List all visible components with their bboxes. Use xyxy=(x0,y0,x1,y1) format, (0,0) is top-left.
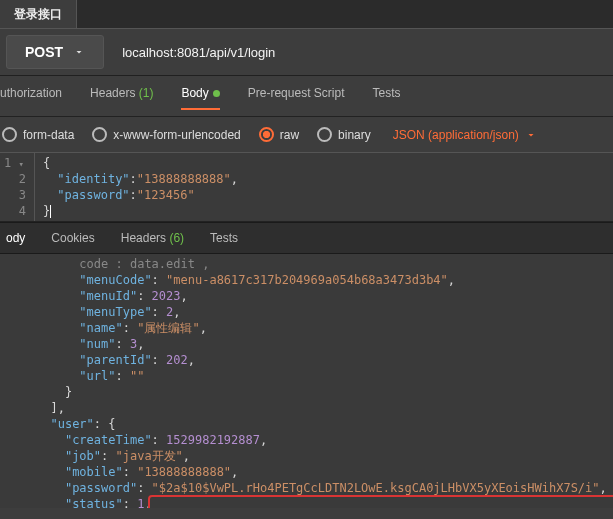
window-tab[interactable]: 登录接口 xyxy=(0,0,77,28)
chevron-down-icon xyxy=(525,129,537,141)
radio-binary[interactable]: binary xyxy=(317,127,371,142)
content-type-dropdown[interactable]: JSON (application/json) xyxy=(393,128,537,142)
response-body-viewer[interactable]: code : data.edit , "menuCode": "menu-a86… xyxy=(0,254,613,508)
highlight-box xyxy=(148,495,613,508)
resp-tab-body[interactable]: ody xyxy=(6,231,25,245)
radio-urlencoded[interactable]: x-www-form-urlencoded xyxy=(92,127,240,142)
chevron-down-icon xyxy=(73,46,85,58)
body-type-options: form-data x-www-form-urlencoded raw bina… xyxy=(0,117,613,152)
tab-authorization[interactable]: uthorization xyxy=(0,86,62,108)
resp-tab-headers[interactable]: Headers (6) xyxy=(121,231,184,245)
resp-tab-cookies[interactable]: Cookies xyxy=(51,231,94,245)
http-method-dropdown[interactable]: POST xyxy=(6,35,104,69)
resp-gutter xyxy=(0,254,30,508)
radio-raw[interactable]: raw xyxy=(259,127,299,142)
request-tabs: uthorization Headers (1) Body Pre-reques… xyxy=(0,76,613,117)
window-tab-bar: 登录接口 xyxy=(0,0,613,29)
line-gutter: 1 ▾ 2 3 4 xyxy=(0,153,35,221)
http-method-label: POST xyxy=(25,44,63,60)
unsaved-dot-icon xyxy=(213,90,220,97)
text-cursor xyxy=(50,205,51,218)
tab-body[interactable]: Body xyxy=(181,86,219,110)
radio-form-data[interactable]: form-data xyxy=(2,127,74,142)
request-row: POST localhost:8081/api/v1/login xyxy=(0,29,613,76)
request-body-editor[interactable]: 1 ▾ 2 3 4 { "identity":"13888888888", "p… xyxy=(0,152,613,222)
tab-headers[interactable]: Headers (1) xyxy=(90,86,153,108)
resp-tab-tests[interactable]: Tests xyxy=(210,231,238,245)
response-tabs: ody Cookies Headers (6) Tests xyxy=(0,222,613,254)
resp-code: code : data.edit , "menuCode": "menu-a86… xyxy=(30,254,613,508)
url-input[interactable]: localhost:8081/api/v1/login xyxy=(122,45,613,60)
code-area[interactable]: { "identity":"13888888888", "password":"… xyxy=(35,153,238,221)
tab-tests[interactable]: Tests xyxy=(372,86,400,108)
tab-prerequest[interactable]: Pre-request Script xyxy=(248,86,345,108)
